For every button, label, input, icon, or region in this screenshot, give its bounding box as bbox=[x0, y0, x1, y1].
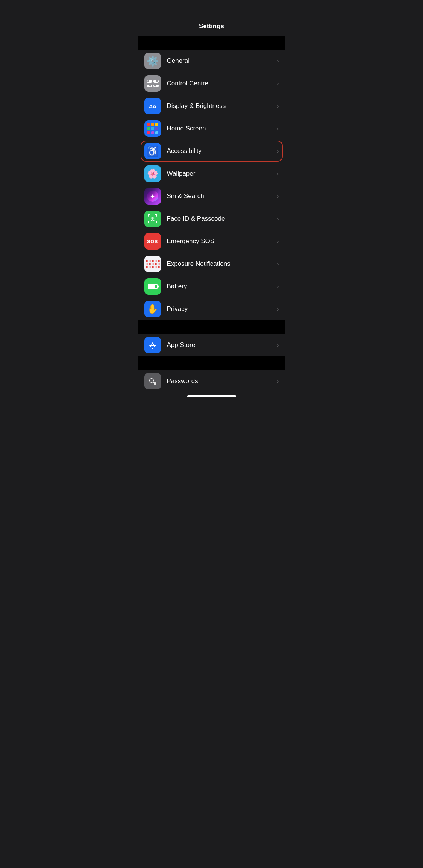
siri-search-label: Siri & Search bbox=[167, 192, 274, 200]
settings-row-general[interactable]: ⚙️ General › bbox=[138, 50, 285, 72]
exposure-notifications-label: Exposure Notifications bbox=[167, 260, 274, 268]
app-store-label: App Store bbox=[167, 341, 274, 349]
control-centre-icon-wrap bbox=[144, 75, 161, 92]
settings-row-control-centre[interactable]: Control Centre › bbox=[138, 72, 285, 95]
svg-rect-7 bbox=[156, 221, 157, 223]
general-icon-wrap: ⚙️ bbox=[144, 53, 161, 69]
accessibility-icon-wrap: ♿ bbox=[144, 143, 161, 159]
section-gap-passwords bbox=[138, 356, 285, 370]
settings-row-emergency-sos[interactable]: SOS Emergency SOS › bbox=[138, 230, 285, 253]
settings-group-store: App Store › bbox=[138, 334, 285, 356]
emergency-sos-icon-wrap: SOS bbox=[144, 233, 161, 250]
settings-row-display-brightness[interactable]: AA Display & Brightness › bbox=[138, 95, 285, 117]
settings-row-privacy[interactable]: ✋ Privacy › bbox=[138, 298, 285, 320]
wallpaper-chevron: › bbox=[277, 171, 279, 177]
control-centre-chevron: › bbox=[277, 80, 279, 86]
privacy-icon-wrap: ✋ bbox=[144, 301, 161, 317]
battery-icon-wrap bbox=[144, 278, 161, 295]
passwords-chevron: › bbox=[277, 378, 279, 384]
svg-point-9 bbox=[153, 218, 154, 219]
svg-rect-1 bbox=[148, 214, 149, 217]
passwords-icon-wrap bbox=[144, 373, 161, 389]
app-store-icon-wrap bbox=[144, 337, 161, 353]
display-brightness-icon-wrap: AA bbox=[144, 98, 161, 114]
general-chevron: › bbox=[277, 58, 279, 64]
emergency-sos-chevron: › bbox=[277, 238, 279, 244]
accessibility-icon: ♿ bbox=[147, 145, 159, 157]
exposure-notifications-chevron: › bbox=[277, 261, 279, 267]
svg-point-11 bbox=[152, 348, 153, 349]
passwords-label: Passwords bbox=[167, 377, 274, 385]
page-title: Settings bbox=[199, 23, 224, 30]
settings-group-system: ⚙️ General › bbox=[138, 50, 285, 320]
settings-row-accessibility[interactable]: ♿ Accessibility › bbox=[138, 140, 285, 162]
svg-line-15 bbox=[154, 383, 155, 384]
siri-icon: ✦ bbox=[147, 191, 158, 202]
home-dots-icon bbox=[146, 121, 160, 136]
status-bar bbox=[138, 0, 285, 17]
home-screen-label: Home Screen bbox=[167, 125, 274, 132]
hand-icon: ✋ bbox=[147, 304, 158, 314]
svg-point-8 bbox=[151, 218, 152, 219]
section-gap-top bbox=[138, 36, 285, 50]
home-bar bbox=[187, 395, 236, 397]
gear-icon: ⚙️ bbox=[147, 55, 159, 67]
accessibility-label: Accessibility bbox=[167, 147, 274, 155]
face-id-icon bbox=[147, 214, 158, 224]
privacy-chevron: › bbox=[277, 306, 279, 312]
accessibility-chevron: › bbox=[277, 148, 279, 154]
wallpaper-label: Wallpaper bbox=[167, 170, 274, 177]
emergency-sos-label: Emergency SOS bbox=[167, 238, 274, 245]
battery-chevron: › bbox=[277, 283, 279, 289]
settings-row-wallpaper[interactable]: 🌸 Wallpaper › bbox=[138, 162, 285, 185]
key-icon bbox=[148, 376, 158, 386]
wallpaper-icon-wrap: 🌸 bbox=[144, 165, 161, 182]
exposure-notifications-icon-wrap bbox=[144, 256, 161, 272]
home-screen-chevron: › bbox=[277, 126, 279, 132]
privacy-label: Privacy bbox=[167, 305, 274, 313]
siri-icon-wrap: ✦ bbox=[144, 188, 161, 205]
settings-row-siri-search[interactable]: ✦ Siri & Search › bbox=[138, 185, 285, 208]
settings-group-passwords: Passwords › bbox=[138, 370, 285, 392]
aa-icon: AA bbox=[149, 103, 156, 109]
home-indicator bbox=[138, 392, 285, 401]
face-id-passcode-chevron: › bbox=[277, 216, 279, 222]
exposure-notifications-icon bbox=[144, 258, 161, 270]
face-id-passcode-label: Face ID & Passcode bbox=[167, 215, 274, 223]
siri-search-chevron: › bbox=[277, 193, 279, 199]
settings-row-battery[interactable]: Battery › bbox=[138, 275, 285, 298]
face-id-icon-wrap bbox=[144, 211, 161, 227]
control-centre-icon bbox=[144, 75, 161, 92]
general-label: General bbox=[167, 57, 274, 65]
battery-icon bbox=[148, 284, 158, 289]
settings-row-passwords[interactable]: Passwords › bbox=[138, 370, 285, 392]
battery-label: Battery bbox=[167, 283, 274, 290]
section-gap-store bbox=[138, 320, 285, 334]
display-brightness-chevron: › bbox=[277, 103, 279, 109]
control-centre-label: Control Centre bbox=[167, 80, 274, 87]
settings-row-face-id-passcode[interactable]: Face ID & Passcode › bbox=[138, 208, 285, 230]
display-brightness-label: Display & Brightness bbox=[167, 102, 274, 110]
appstore-icon bbox=[148, 340, 158, 350]
svg-rect-5 bbox=[148, 221, 149, 223]
sos-icon: SOS bbox=[147, 239, 158, 244]
nav-bar: Settings bbox=[138, 17, 285, 36]
svg-rect-3 bbox=[156, 214, 157, 217]
wallpaper-icon: 🌸 bbox=[147, 168, 158, 179]
settings-row-exposure-notifications[interactable]: Exposure Notifications › bbox=[138, 253, 285, 275]
app-store-chevron: › bbox=[277, 342, 279, 348]
settings-row-home-screen[interactable]: Home Screen › bbox=[138, 117, 285, 140]
home-screen-icon-wrap bbox=[144, 120, 161, 137]
settings-row-app-store[interactable]: App Store › bbox=[138, 334, 285, 356]
